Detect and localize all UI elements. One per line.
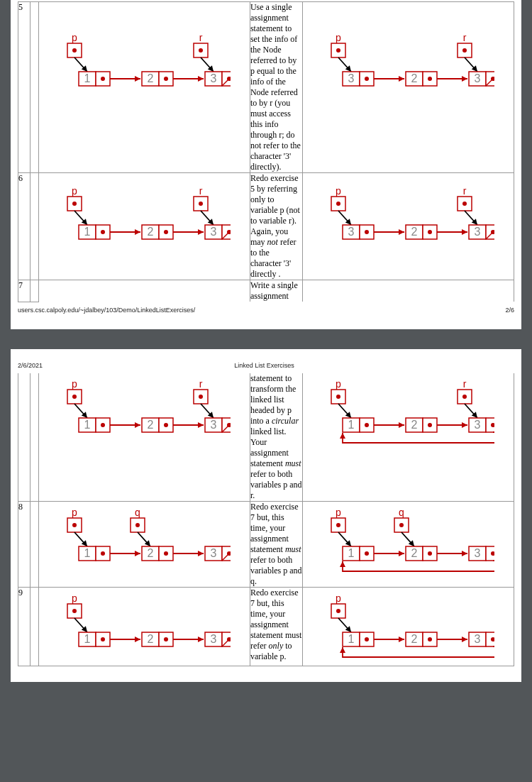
before-diagram: p r 1 2 3 <box>38 373 250 502</box>
after-diagram: p r 3 2 3 <box>302 2 514 173</box>
instruction-text: Redo exercise 7 but, this time, your ass… <box>250 587 302 666</box>
svg-text:2: 2 <box>147 419 153 431</box>
svg-text:p: p <box>72 593 77 604</box>
page-footer: users.csc.calpoly.edu/~jdalbey/103/Demo/… <box>18 302 514 314</box>
svg-text:q: q <box>399 507 404 518</box>
table-row: 9 p 1 2 3 Redo exercise 7 but, this time… <box>18 587 514 666</box>
after-diagram: p q 1 2 3 <box>302 501 514 587</box>
svg-text:r: r <box>199 185 202 197</box>
svg-text:2: 2 <box>411 547 417 559</box>
page-header: 2/6/2021 Linked List Exercises <box>18 362 514 373</box>
instruction-text: Redo exercise 5 by referring only to var… <box>250 173 302 280</box>
after-diagram: p r 1 2 3 <box>302 373 514 502</box>
row-number: 8 <box>18 501 31 587</box>
svg-text:3: 3 <box>210 547 216 559</box>
svg-text:1: 1 <box>348 547 354 559</box>
svg-text:1: 1 <box>348 419 354 431</box>
row-number: 9 <box>18 587 31 666</box>
svg-text:r: r <box>199 32 202 43</box>
after-diagram: p r 3 2 3 <box>302 173 514 280</box>
instruction-text: Use a single assignment statement to set… <box>250 2 302 173</box>
svg-text:3: 3 <box>474 226 480 238</box>
before-diagram: p r 1 2 3 <box>38 173 250 280</box>
svg-text:p: p <box>72 378 77 390</box>
svg-text:2: 2 <box>411 633 417 645</box>
svg-text:3: 3 <box>210 419 216 431</box>
page-2: 2/6/2021 Linked List Exercises p r 1 2 3 <box>11 349 521 682</box>
table-row: 8 p q 1 2 3 Redo exercise 7 but, this ti… <box>18 501 514 587</box>
svg-text:3: 3 <box>348 226 354 238</box>
svg-text:p: p <box>336 378 341 390</box>
svg-text:3: 3 <box>210 633 216 645</box>
before-diagram: p q 1 2 3 <box>38 501 250 587</box>
footer-url: users.csc.calpoly.edu/~jdalbey/103/Demo/… <box>18 307 195 314</box>
svg-text:r: r <box>462 185 466 197</box>
svg-text:2: 2 <box>147 72 153 84</box>
svg-text:p: p <box>72 32 77 43</box>
exercises-table-1: 5 p <box>18 1 514 302</box>
svg-text:3: 3 <box>474 547 480 559</box>
svg-text:1: 1 <box>84 72 90 84</box>
footer-page: 2/6 <box>505 307 514 314</box>
page-1: 5 p <box>11 0 521 329</box>
table-row: 6 p r 1 2 3 Redo exercise 5 by referring… <box>18 173 514 280</box>
instruction-text: Write a single assignment <box>250 280 302 302</box>
instruction-text: statement to transform the linked list h… <box>250 373 302 502</box>
svg-text:p: p <box>72 507 77 518</box>
table-row: p r 1 2 3 statement to transform the lin… <box>18 373 514 502</box>
svg-text:1: 1 <box>84 226 90 238</box>
row-number: 5 <box>18 2 31 173</box>
svg-text:3: 3 <box>210 226 216 238</box>
svg-text:p: p <box>336 185 341 197</box>
svg-text:q: q <box>135 507 140 518</box>
svg-text:2: 2 <box>411 226 417 238</box>
svg-text:3: 3 <box>474 633 480 645</box>
before-diagram: p 1 2 3 <box>38 587 250 666</box>
svg-text:1: 1 <box>84 633 90 645</box>
svg-text:r: r <box>199 378 202 390</box>
svg-text:2: 2 <box>147 547 153 559</box>
svg-text:1: 1 <box>84 419 90 431</box>
svg-text:2: 2 <box>411 419 417 431</box>
svg-text:1: 1 <box>84 547 90 559</box>
svg-text:p: p <box>336 32 341 43</box>
svg-text:r: r <box>462 378 466 390</box>
row-number: 7 <box>18 280 31 302</box>
header-date: 2/6/2021 <box>18 362 43 369</box>
svg-text:p: p <box>336 507 341 518</box>
svg-text:1: 1 <box>348 633 354 645</box>
exercises-table-2: p r 1 2 3 statement to transform the lin… <box>18 373 514 666</box>
svg-text:3: 3 <box>210 72 216 84</box>
table-row: 5 p <box>18 2 514 173</box>
before-diagram: p r 1 2 3 <box>38 2 250 173</box>
svg-text:3: 3 <box>474 72 480 84</box>
svg-text:3: 3 <box>348 72 354 84</box>
table-row: 7 Write a single assignment <box>18 280 514 302</box>
svg-text:r: r <box>462 32 466 43</box>
svg-text:p: p <box>72 185 77 197</box>
svg-text:3: 3 <box>474 419 480 431</box>
svg-text:2: 2 <box>411 72 417 84</box>
svg-text:p: p <box>336 593 341 604</box>
instruction-text: Redo exercise 7 but, this time, your ass… <box>250 501 302 587</box>
svg-text:2: 2 <box>147 226 153 238</box>
row-number: 6 <box>18 173 31 280</box>
header-title: Linked List Exercises <box>43 362 486 369</box>
svg-text:2: 2 <box>147 633 153 645</box>
after-diagram: p 1 2 3 <box>302 587 514 666</box>
